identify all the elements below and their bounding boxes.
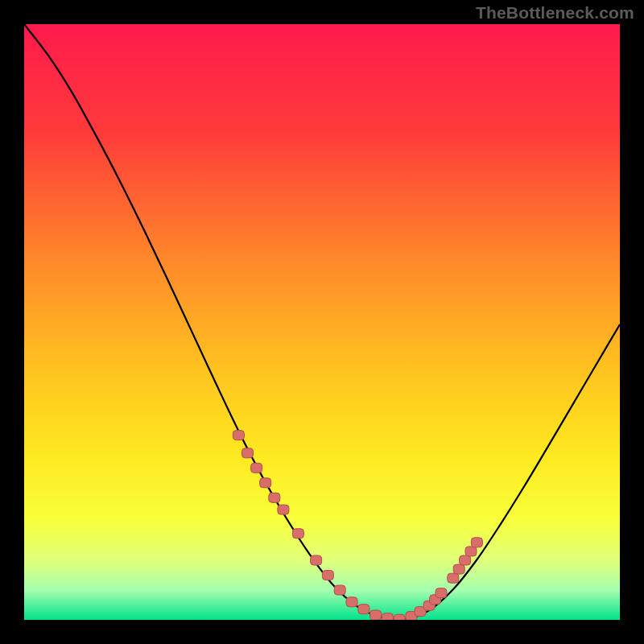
attribution-text: TheBottleneck.com — [476, 3, 634, 23]
curve-marker — [394, 614, 405, 620]
curve-marker — [465, 547, 477, 556]
curve-marker — [334, 585, 345, 595]
curve-marker — [436, 588, 447, 598]
curve-marker — [370, 610, 382, 620]
plot-area — [24, 24, 620, 620]
chart-svg — [24, 24, 620, 620]
curve-marker — [322, 571, 333, 580]
curve-marker — [242, 448, 254, 458]
curve-marker — [251, 463, 262, 473]
curve-marker — [269, 493, 280, 502]
curve-marker — [346, 597, 357, 607]
curve-marker — [358, 605, 369, 614]
curve-marker — [448, 573, 459, 583]
curve-marker — [233, 431, 244, 440]
curve-marker — [311, 555, 322, 565]
curve-marker — [453, 564, 464, 574]
curve-marker — [260, 478, 271, 488]
gradient-background — [24, 24, 620, 620]
curve-marker — [460, 555, 471, 565]
curve-marker — [278, 505, 289, 514]
outer-frame: TheBottleneck.com — [0, 0, 644, 644]
curve-marker — [471, 538, 482, 547]
curve-marker — [382, 613, 393, 620]
curve-marker — [292, 529, 303, 539]
